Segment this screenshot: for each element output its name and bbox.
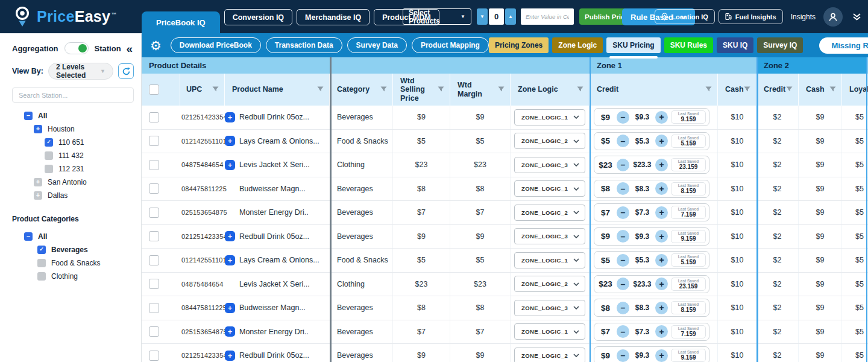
sku-iq-button[interactable]: SKU IQ xyxy=(717,37,753,53)
increment-price-button[interactable]: + xyxy=(655,325,668,338)
row-checkbox[interactable] xyxy=(149,160,159,170)
row-checkbox[interactable] xyxy=(149,112,159,122)
stepper-value[interactable]: 0 xyxy=(489,8,504,25)
filter-icon[interactable] xyxy=(212,86,219,93)
user-avatar[interactable] xyxy=(823,7,843,27)
decrement-price-button[interactable]: – xyxy=(617,230,629,243)
zone-logic-button[interactable]: Zone Logic xyxy=(552,37,603,53)
select-products-dropdown[interactable]: Select Products ▼ xyxy=(403,8,471,25)
unchecked-checkbox[interactable] xyxy=(37,259,46,267)
indeterminate-checkbox[interactable]: – xyxy=(24,112,33,120)
aggregation-toggle[interactable] xyxy=(64,42,89,54)
decrement-price-button[interactable]: – xyxy=(617,254,629,267)
tree-item-112-231[interactable]: 112 231 xyxy=(0,164,141,174)
increment-price-button[interactable]: + xyxy=(655,302,668,314)
decrement-price-button[interactable]: – xyxy=(617,349,629,362)
unchecked-checkbox[interactable] xyxy=(45,151,53,160)
tree-item-all[interactable]: –All xyxy=(0,231,141,241)
add-product-icon[interactable]: + xyxy=(225,326,235,337)
row-checkbox[interactable] xyxy=(149,255,159,265)
settings-gear-icon[interactable]: ⚙ xyxy=(150,39,162,52)
filter-icon[interactable] xyxy=(705,86,712,93)
expand-checkbox[interactable]: + xyxy=(34,191,42,200)
decrement-price-button[interactable]: – xyxy=(617,278,629,290)
checked-checkbox[interactable]: ✓ xyxy=(45,138,53,147)
row-checkbox[interactable] xyxy=(149,351,159,361)
zone-logic-select[interactable]: ZONE_LOGIC_1 xyxy=(514,323,585,340)
stepper-down-button[interactable]: ▼ xyxy=(477,8,488,25)
filter-icon[interactable] xyxy=(380,86,387,93)
sku-rules-button[interactable]: SKU Rules xyxy=(664,37,713,53)
download-pricebook-button[interactable]: Download PriceBook xyxy=(171,37,261,53)
decrement-price-button[interactable]: – xyxy=(617,302,629,314)
station-search-input[interactable] xyxy=(12,87,134,103)
view-by-select[interactable]: 2 Levels Selected ▼ xyxy=(48,63,113,80)
decrement-price-button[interactable]: – xyxy=(617,206,629,219)
row-checkbox[interactable] xyxy=(149,136,159,146)
row-checkbox[interactable] xyxy=(149,303,159,313)
decrement-price-button[interactable]: – xyxy=(617,325,629,338)
add-product-icon[interactable]: + xyxy=(225,160,235,170)
decrement-price-button[interactable]: – xyxy=(617,159,629,171)
increment-price-button[interactable]: + xyxy=(655,349,668,362)
filter-icon[interactable] xyxy=(786,86,793,93)
tree-item-san-antonio[interactable]: +San Antonio xyxy=(0,177,141,187)
zone-logic-select[interactable]: ZONE_LOGIC_1 xyxy=(514,109,585,125)
row-checkbox[interactable] xyxy=(149,208,159,218)
cents-value-input[interactable] xyxy=(521,8,574,25)
expand-checkbox[interactable]: + xyxy=(34,125,42,133)
zone-logic-select[interactable]: ZONE_LOGIC_2 xyxy=(514,348,585,362)
tab-conversion-iq[interactable]: Conversion IQ xyxy=(224,9,292,25)
survey-data-button[interactable]: Survey Data xyxy=(347,37,407,53)
zone-logic-select[interactable]: ZONE_LOGIC_3 xyxy=(514,300,585,316)
increment-price-button[interactable]: + xyxy=(655,278,668,290)
tree-item-dallas[interactable]: +Dallas xyxy=(0,190,141,200)
checked-checkbox[interactable]: ✓ xyxy=(37,246,46,254)
tree-item-clothing[interactable]: Clothing xyxy=(0,271,141,281)
increment-price-button[interactable]: + xyxy=(655,159,668,171)
filter-icon[interactable] xyxy=(577,86,583,93)
unchecked-checkbox[interactable] xyxy=(37,272,46,281)
add-product-icon[interactable]: + xyxy=(225,112,235,122)
fuel-insights-button[interactable]: Fuel Insights xyxy=(719,9,783,24)
increment-price-button[interactable]: + xyxy=(655,182,668,195)
add-product-icon[interactable]: + xyxy=(225,231,235,241)
frozen-column-divider[interactable] xyxy=(330,57,332,362)
tree-item-beverages[interactable]: ✓Beverages xyxy=(0,244,141,255)
increment-price-button[interactable]: + xyxy=(655,254,668,267)
zone-logic-select[interactable]: ZONE_LOGIC_2 xyxy=(514,133,585,149)
tab-merchandise-iq[interactable]: Merchandise IQ xyxy=(297,9,370,25)
tree-item-food-snacks[interactable]: Food & Snacks xyxy=(0,258,141,268)
increment-price-button[interactable]: + xyxy=(655,135,668,147)
zone-logic-select[interactable]: ZONE_LOGIC_2 xyxy=(514,276,585,292)
add-product-icon[interactable]: + xyxy=(225,136,235,146)
select-all-checkbox[interactable] xyxy=(149,84,159,95)
row-checkbox[interactable] xyxy=(149,183,159,194)
add-product-icon[interactable]: + xyxy=(225,351,235,361)
row-checkbox[interactable] xyxy=(149,279,159,289)
zone-logic-select[interactable]: ZONE_LOGIC_2 xyxy=(514,205,585,221)
filter-icon[interactable] xyxy=(498,86,505,93)
filter-icon[interactable] xyxy=(744,86,750,93)
filter-icon[interactable] xyxy=(829,86,836,93)
tree-item-110-651[interactable]: ✓110 651 xyxy=(0,137,141,147)
increment-price-button[interactable]: + xyxy=(655,206,668,219)
sidebar-collapse-icon[interactable]: « xyxy=(126,43,133,54)
location-iq-button[interactable]: Location IQ xyxy=(655,9,715,24)
decrement-price-button[interactable]: – xyxy=(617,182,629,195)
zone-logic-select[interactable]: ZONE_LOGIC_1 xyxy=(514,180,585,197)
stepper-up-button[interactable]: ▲ xyxy=(505,8,516,25)
increment-price-button[interactable]: + xyxy=(655,111,668,124)
product-mapping-button[interactable]: Product Mapping xyxy=(412,37,489,53)
tree-item-all[interactable]: –All xyxy=(0,110,141,121)
zone-logic-select[interactable]: ZONE_LOGIC_3 xyxy=(514,228,585,244)
row-checkbox[interactable] xyxy=(149,231,159,241)
filter-icon[interactable] xyxy=(317,86,324,93)
survey-iq-button[interactable]: Survey IQ xyxy=(757,37,803,53)
insights-link[interactable]: Insights xyxy=(791,13,816,21)
zone-logic-select[interactable]: ZONE_LOGIC_1 xyxy=(514,252,585,268)
filter-icon[interactable] xyxy=(438,86,444,93)
missing-rules-badge[interactable]: Missing Rules: 24 xyxy=(819,37,868,54)
decrement-price-button[interactable]: – xyxy=(617,135,629,147)
expand-checkbox[interactable]: + xyxy=(34,178,42,186)
